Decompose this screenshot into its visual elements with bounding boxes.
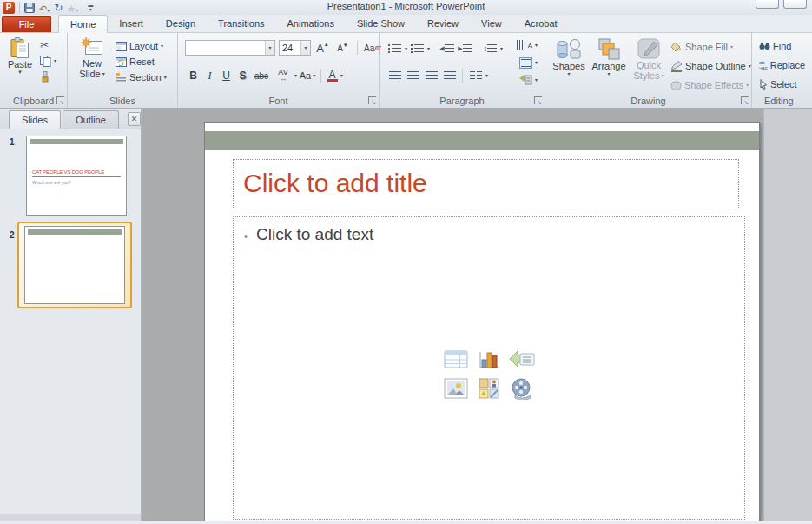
insert-table-icon[interactable] [441, 345, 471, 373]
shapes-button[interactable]: Shapes ▾ [551, 37, 587, 76]
title-bar: P ↶▾ ↻ ★▾ ▬▾ Presentation1 - Microsoft P… [0, 0, 812, 15]
group-label-font: Font [178, 96, 379, 106]
reset-label: Reset [129, 56, 155, 67]
layout-button[interactable]: Layout▾ [116, 39, 163, 53]
arrange-button[interactable]: Arrange ▾ [589, 37, 629, 76]
numbering-button[interactable] [409, 41, 426, 56]
clipboard-dialog-launcher[interactable] [56, 96, 64, 104]
drawing-dialog-launcher[interactable] [741, 96, 749, 104]
insert-smartart-icon[interactable] [507, 345, 537, 373]
cut-button[interactable]: ✂ [40, 38, 49, 52]
text-shadow-button[interactable]: S [234, 70, 251, 82]
font-size-combobox[interactable]: 24 ▾ [279, 40, 311, 56]
tab-acrobat[interactable]: Acrobat [513, 16, 569, 32]
slide-2-thumbnail[interactable] [24, 226, 125, 304]
tab-review[interactable]: Review [416, 16, 470, 32]
shrink-font-button[interactable]: A▼ [334, 40, 351, 56]
group-paragraph: ▾ ▾ ◀ ▶ ↕▾ ▾ A▾ ▾ ▾ Paragra [380, 33, 545, 108]
insert-media-icon[interactable] [507, 375, 537, 402]
slide-1-title-text: CAT PEOPLE VS DOG PEOPLE [32, 169, 121, 177]
paste-button[interactable]: Paste ▼ [4, 37, 36, 75]
shape-effects-button[interactable]: Shape Effects▾ [670, 78, 749, 92]
insert-picture-icon[interactable] [441, 375, 471, 402]
group-editing: Find ab⤷ac Replace Select Editing [752, 33, 812, 108]
slide-canvas[interactable]: Click to add title • Click to add text [204, 122, 760, 521]
font-dialog-launcher[interactable] [368, 96, 376, 104]
tab-animations[interactable]: Animations [276, 16, 346, 32]
shape-outline-button[interactable]: Shape Outline▾ [670, 59, 751, 73]
slide-1-thumbnail[interactable]: CAT PEOPLE VS DOG PEOPLE Which one are y… [26, 136, 127, 216]
vertical-scroll-area[interactable] [763, 109, 812, 521]
group-clipboard: Paste ▼ ✂ ▾ Clipboard [0, 33, 68, 108]
align-left-button[interactable] [386, 68, 403, 83]
clear-formatting-button[interactable]: Aa [364, 40, 380, 56]
bullets-button[interactable] [386, 41, 403, 56]
replace-button[interactable]: ab⤷ac Replace [759, 58, 805, 72]
grow-font-button[interactable]: A▲ [314, 40, 331, 56]
layout-icon [116, 42, 127, 51]
title-placeholder[interactable]: Click to add title [233, 159, 739, 209]
panel-tab-bar: Slides Outline ✕ [0, 109, 141, 129]
align-center-button[interactable] [405, 68, 421, 83]
window-title: Presentation1 - Microsoft PowerPoint [0, 0, 812, 13]
section-button[interactable]: Section▾ [116, 70, 167, 84]
underline-button[interactable]: U [218, 70, 234, 82]
smartart-convert-icon [519, 75, 532, 86]
tab-insert[interactable]: Insert [108, 16, 155, 32]
group-label-editing: Editing [752, 96, 812, 106]
font-size-dropdown-icon[interactable]: ▾ [300, 41, 310, 55]
font-name-dropdown-icon[interactable]: ▾ [265, 41, 274, 55]
tab-design[interactable]: Design [155, 16, 207, 32]
align-right-button[interactable] [423, 68, 439, 83]
tab-slide-show[interactable]: Slide Show [346, 16, 416, 32]
paragraph-dialog-launcher[interactable] [534, 96, 542, 104]
quick-styles-button[interactable]: Quick Styles▾ [630, 37, 667, 81]
content-placeholder[interactable]: • Click to add text [233, 216, 745, 520]
copy-button[interactable]: ▾ [40, 54, 56, 68]
line-spacing-button[interactable]: ↕ [482, 41, 498, 56]
shape-fill-button[interactable]: Shape Fill▾ [670, 40, 733, 54]
align-text-button[interactable]: ▾ [519, 56, 538, 70]
italic-button[interactable]: I [201, 70, 218, 83]
columns-button[interactable] [467, 68, 484, 83]
format-painter-button[interactable] [40, 70, 50, 83]
panel-bottom-bar [0, 514, 141, 521]
insert-chart-icon[interactable] [474, 345, 504, 373]
shape-fill-label: Shape Fill [685, 42, 728, 52]
tab-outline[interactable]: Outline [63, 110, 119, 129]
font-name-combobox[interactable]: ▾ [185, 40, 275, 56]
tab-file[interactable]: File [2, 16, 51, 32]
group-drawing: Shapes ▾ Arrange ▾ Quick Styles▾ [545, 33, 752, 108]
panel-close-button[interactable]: ✕ [128, 112, 141, 126]
minimize-button[interactable] [756, 0, 779, 9]
increase-indent-button[interactable]: ▶ [457, 41, 473, 56]
font-color-button[interactable]: A [324, 68, 340, 83]
bullet-glyph: • [244, 231, 248, 242]
maximize-button[interactable] [783, 0, 807, 9]
bold-button[interactable]: B [185, 70, 201, 82]
new-slide-label-2: Slide [79, 69, 100, 79]
convert-smartart-button[interactable]: ▾ [519, 73, 538, 87]
character-spacing-button[interactable]: AV↔ [272, 68, 294, 83]
justify-button[interactable] [441, 68, 458, 83]
title-placeholder-text: Click to add title [243, 169, 427, 198]
tab-transitions[interactable]: Transitions [207, 16, 275, 32]
slide-1-number: 1 [10, 137, 15, 147]
tab-home[interactable]: Home [58, 15, 108, 33]
find-button[interactable]: Find [759, 39, 791, 53]
group-label-paragraph: Paragraph [380, 96, 545, 106]
arrange-label: Arrange [591, 61, 625, 71]
strikethrough-button[interactable]: abc [251, 71, 272, 81]
shapes-label: Shapes [552, 61, 584, 71]
change-case-button[interactable]: Aa▾ [297, 68, 318, 83]
select-button[interactable]: Select [759, 77, 797, 91]
reset-button[interactable]: Reset [116, 55, 155, 69]
tab-slides-thumbnails[interactable]: Slides [9, 110, 61, 129]
group-label-drawing: Drawing [545, 96, 751, 106]
text-direction-button[interactable]: A▾ [517, 38, 538, 52]
decrease-indent-button[interactable]: ◀ [439, 41, 455, 56]
insert-clipart-icon[interactable] [474, 375, 504, 402]
font-color-swatch [327, 79, 338, 82]
tab-view[interactable]: View [470, 16, 513, 32]
new-slide-button[interactable]: New Slide▾ [75, 37, 109, 79]
